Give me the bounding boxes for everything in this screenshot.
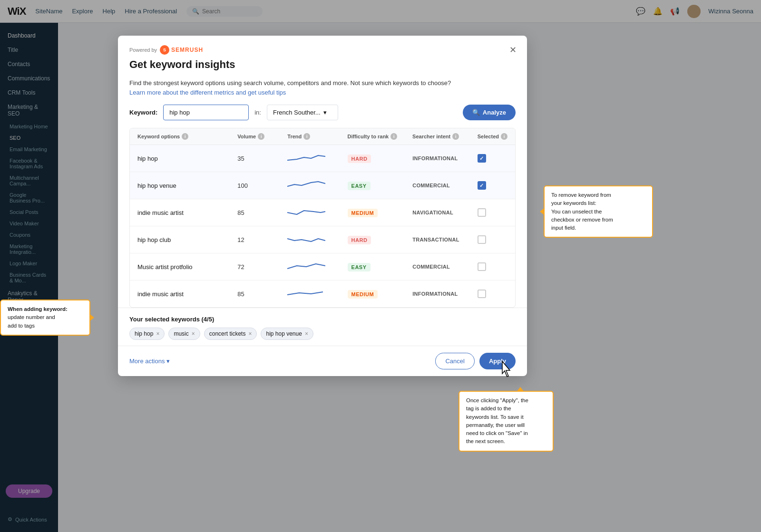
analyze-button[interactable]: 🔍 Analyze — [463, 105, 516, 120]
info-icon-volume[interactable]: i — [258, 133, 264, 140]
difficulty-cell: EASY — [348, 181, 413, 190]
tags-row: hip hop × music × concert tickets × hip … — [129, 328, 516, 340]
table-header: Keyword options i Volume i Trend i Diffi… — [130, 128, 515, 145]
keyword-cell: hip hop — [137, 155, 237, 162]
tooltip-arrow — [517, 387, 524, 392]
semrush-text: SEMRUSH — [171, 47, 203, 53]
difficulty-cell: MEDIUM — [348, 290, 413, 299]
tag-close-music[interactable]: × — [192, 331, 195, 337]
header-keyword: Keyword options i — [137, 133, 237, 140]
difficulty-cell: HARD — [348, 154, 413, 163]
tag-label: concert tickets — [209, 330, 246, 337]
volume-cell: 100 — [237, 182, 287, 189]
info-icon-selected[interactable]: i — [501, 133, 507, 140]
select-checkbox[interactable] — [478, 208, 486, 217]
keyword-cell: hip hop venue — [137, 182, 237, 189]
tooltip-text: When adding keyword: update number and a… — [8, 305, 83, 330]
intent-cell: TRANSACTIONAL — [412, 237, 478, 242]
table-row: indie music artist 85 MEDIUM INFORMATION… — [130, 281, 515, 307]
select-checkbox[interactable] — [478, 154, 486, 163]
tag-hip-hop-venue: hip hop venue × — [261, 328, 313, 340]
info-icon-intent[interactable]: i — [452, 133, 459, 140]
tag-close-hip-hop[interactable]: × — [156, 331, 159, 337]
table-row: indie music artist 85 MEDIUM NAVIGATIONA… — [130, 199, 515, 226]
keyword-search-bar: Keyword: in: French Souther... ▾ 🔍 Analy… — [118, 97, 527, 128]
modal-description: Find the strongest keyword options using… — [118, 78, 527, 97]
trend-cell — [287, 151, 347, 166]
modal-footer: More actions ▾ Cancel Apply — [118, 346, 527, 376]
keyword-cell: indie music artist — [137, 290, 237, 298]
cancel-button[interactable]: Cancel — [435, 353, 474, 369]
close-button[interactable]: ✕ — [506, 43, 519, 57]
keyword-label: Keyword: — [129, 109, 157, 116]
volume-cell: 72 — [237, 263, 287, 271]
difficulty-cell: HARD — [348, 235, 413, 244]
tooltip-text: Once clicking "Apply", the tag is added … — [466, 397, 546, 446]
header-intent: Searcher intent i — [412, 133, 478, 140]
selected-title: Your selected keywords (4/5) — [129, 316, 516, 323]
tooltip-apply-button: Once clicking "Apply", the tag is added … — [459, 391, 554, 452]
select-checkbox[interactable] — [478, 181, 486, 190]
volume-cell: 35 — [237, 155, 287, 162]
tooltip-add-keyword: When adding keyword: update number and a… — [0, 300, 90, 336]
info-icon-difficulty[interactable]: i — [390, 133, 397, 140]
selected-keywords-section: Your selected keywords (4/5) hip hop × m… — [118, 308, 527, 346]
in-label: in: — [254, 109, 261, 116]
tag-close-concert[interactable]: × — [248, 331, 252, 337]
keyword-table: Keyword options i Volume i Trend i Diffi… — [129, 128, 516, 308]
info-icon-trend[interactable]: i — [303, 133, 310, 140]
volume-cell: 85 — [237, 290, 287, 298]
tag-label: music — [174, 330, 188, 337]
difficulty-cell: MEDIUM — [348, 208, 413, 217]
volume-cell: 12 — [237, 236, 287, 243]
trend-cell — [287, 178, 347, 193]
table-row: hip hop club 12 HARD TRANSACTIONAL — [130, 226, 515, 253]
semrush-logo: S SEMRUSH — [160, 45, 203, 55]
powered-by-text: Powered by — [129, 47, 157, 53]
table-row: Music artist protfolio 72 EASY COMMERCIA… — [130, 253, 515, 281]
intent-cell: COMMERCIAL — [412, 264, 478, 270]
tooltip-arrow — [540, 208, 545, 215]
keyword-cell: Music artist protfolio — [137, 263, 237, 271]
intent-cell: INFORMATIONAL — [412, 291, 478, 297]
keyword-input[interactable] — [163, 105, 249, 120]
select-checkbox[interactable] — [478, 262, 486, 271]
chevron-down-icon: ▾ — [166, 358, 170, 365]
tooltip-text: To remove keyword from your keywords lis… — [551, 191, 645, 232]
keyword-cell: indie music artist — [137, 209, 237, 216]
volume-cell: 85 — [237, 209, 287, 216]
header-selected: Selected i — [478, 133, 507, 140]
intent-cell: COMMERCIAL — [412, 183, 478, 188]
tag-concert-tickets: concert tickets × — [204, 328, 257, 340]
select-checkbox[interactable] — [478, 235, 486, 244]
intent-cell: INFORMATIONAL — [412, 155, 478, 161]
tag-label: hip hop — [135, 330, 153, 337]
header-volume: Volume i — [237, 133, 287, 140]
intent-cell: NAVIGATIONAL — [412, 210, 478, 215]
modal-title: Get keyword insights — [129, 58, 516, 71]
search-icon: 🔍 — [472, 109, 480, 116]
header-difficulty: Difficulty to rank i — [347, 133, 412, 140]
modal-header: Powered by S SEMRUSH Get keyword insight… — [118, 36, 527, 71]
location-dropdown[interactable]: French Souther... ▾ — [267, 105, 338, 120]
table-row: hip hop venue 100 EASY COMMERCIAL — [130, 172, 515, 199]
tag-hip-hop: hip hop × — [129, 328, 165, 340]
cursor — [500, 360, 512, 377]
select-checkbox[interactable] — [478, 290, 486, 298]
chevron-down-icon: ▾ — [323, 109, 327, 116]
keyword-cell: hip hop club — [137, 236, 237, 243]
tooltip-arrow — [89, 314, 94, 321]
learn-more-link[interactable]: Learn more about the different metrics a… — [129, 89, 286, 96]
header-trend: Trend i — [287, 133, 347, 140]
more-actions[interactable]: More actions ▾ — [129, 358, 170, 365]
info-icon-keyword[interactable]: i — [182, 133, 188, 140]
tag-close-venue[interactable]: × — [305, 331, 308, 337]
tooltip-remove-keyword: To remove keyword from your keywords lis… — [544, 185, 653, 238]
keyword-insights-modal: Powered by S SEMRUSH Get keyword insight… — [118, 36, 527, 376]
trend-cell — [287, 205, 347, 220]
difficulty-cell: EASY — [348, 262, 413, 271]
tag-label: hip hop venue — [266, 330, 302, 337]
tag-music: music × — [168, 328, 200, 340]
table-row: hip hop 35 HARD INFORMATIONAL — [130, 145, 515, 172]
powered-by: Powered by S SEMRUSH — [129, 45, 516, 55]
